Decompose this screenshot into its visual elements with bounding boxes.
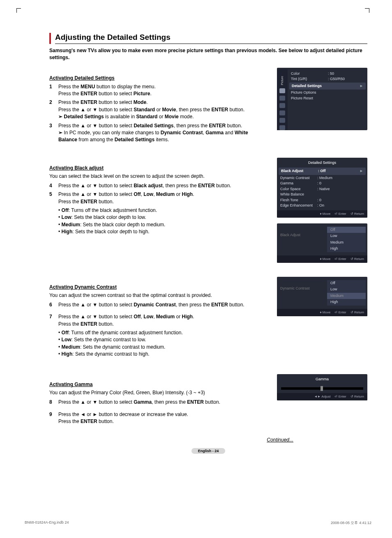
channel-tab-icon	[279, 103, 285, 108]
osd-return-hint: ↺ Return	[350, 257, 364, 262]
osd-tint-value: : G50/R50	[328, 76, 345, 82]
osd-option: Off	[327, 227, 366, 233]
section-heading-gamma: Activating Gamma	[49, 382, 263, 387]
osd-title: Detailed Settings	[277, 159, 367, 168]
osd-row-label: White Balance	[280, 192, 317, 198]
osd-option: Medium	[327, 293, 366, 299]
step-body: Press the ◄ or ► button to decrease or i…	[58, 411, 263, 425]
osd-tab-label: Picture	[280, 72, 285, 85]
arrow-right-icon: ►	[326, 168, 364, 174]
section-desc: You can adjust the Primary Color (Red, G…	[49, 390, 263, 395]
bullet-list: Off: Turns off the dynamic contrast adju…	[58, 329, 263, 358]
step-body: Press the ▲ or ▼ button to select Detail…	[58, 122, 263, 144]
setup-tab-icon	[279, 110, 285, 115]
gamma-slider: 0	[281, 387, 363, 390]
page-title: Adjusting the Detailed Settings	[55, 33, 367, 44]
osd-row-value: : 0	[317, 198, 321, 203]
osd-dynamic-contrast-options: Dynamic Contrast Off Low Medium High ♦ M…	[277, 277, 367, 316]
osd-row-value: : Medium	[317, 175, 332, 181]
crop-mark	[365, 8, 369, 13]
osd-detailed-settings-menu: Detailed Settings Black Adjust: Off► Dyn…	[277, 158, 367, 218]
osd-row-label: Dynamic Contrast	[280, 175, 317, 181]
step-body: Press the ▲ or ▼ button to select Black …	[58, 182, 263, 189]
section-desc: You can adjust the screen contrast so th…	[49, 292, 263, 298]
step-number: 9	[49, 411, 58, 425]
section-heading-black-adjust: Activating Black adjust	[49, 165, 263, 171]
osd-picture-options: Picture Options	[291, 90, 328, 96]
osd-picture-reset: Picture Reset	[291, 96, 328, 101]
step-number: 5	[49, 191, 58, 205]
osd-option: Low	[327, 233, 366, 239]
osd-row-value: : Native	[317, 186, 330, 192]
crop-mark	[16, 8, 21, 13]
footer-left: BN68-01824A-Eng.indb 24	[25, 520, 69, 526]
step-number: 8	[49, 399, 58, 406]
osd-color-label: Color	[291, 71, 328, 77]
osd-picture-menu: Picture Color: 50 Tint (G/R): G50/R50 De…	[277, 68, 367, 130]
osd-option: Off	[327, 280, 366, 287]
gamma-slider-thumb	[321, 386, 323, 391]
step-body: Press the ▲ or ▼ button to select Off, L…	[58, 191, 263, 205]
step-body: Press the ▲ or ▼ button to select Dynami…	[58, 301, 263, 308]
osd-option-label: Black Adjust	[277, 225, 325, 254]
osd-row-value: : Off	[318, 168, 326, 174]
osd-row-label: Gamma	[280, 181, 317, 186]
osd-return-hint: ↺ Return	[350, 310, 364, 315]
osd-option: High	[327, 299, 366, 306]
step-number: 7	[49, 313, 58, 328]
osd-detailed-settings: Detailed Settings	[292, 83, 329, 89]
osd-enter-hint: ⏎ Enter	[334, 394, 346, 399]
sound-tab-icon	[279, 96, 285, 101]
osd-adjust-hint: ◄► Adjust	[314, 394, 331, 399]
section-desc: You can select the black level on the sc…	[49, 173, 263, 179]
osd-black-adjust-options: Black Adjust Off Low Medium High ♦ Move⏎…	[277, 223, 367, 263]
page-number-badge: English - 24	[191, 448, 226, 454]
osd-tint-label: Tint (G/R)	[291, 76, 328, 82]
osd-move-hint: ♦ Move	[320, 257, 331, 262]
osd-move-hint: ♦ Move	[320, 310, 331, 315]
osd-title: Gamma	[277, 376, 367, 384]
section-heading-dynamic-contrast: Activating Dynamic Contrast	[49, 284, 263, 290]
osd-row-label: Edge Enhancement	[280, 203, 317, 209]
footer-right: 2008-08-05 오후 4:41:12	[331, 520, 371, 526]
osd-enter-hint: ⏎ Enter	[334, 257, 346, 262]
section-heading-activating: Activating Detailed Settings	[49, 75, 263, 81]
intro-text: Samsung's new TVs allow you to make even…	[49, 47, 367, 61]
osd-return-hint: ↺ Return	[350, 394, 364, 399]
osd-row-value: : 0	[317, 181, 321, 186]
osd-option: Medium	[327, 239, 366, 246]
input-tab-icon	[279, 118, 285, 123]
continued-text: Continued...	[49, 437, 293, 443]
step-body: Press the ▲ or ▼ button to select Gamma,…	[58, 399, 263, 406]
bullet-list: Off: Turns off the black adjustment func…	[58, 207, 263, 236]
osd-row-value: : On	[317, 203, 324, 209]
step-number: 1	[49, 83, 58, 98]
picture-tab-icon	[279, 88, 285, 93]
step-number: 3	[49, 122, 58, 144]
osd-color-value: : 50	[328, 71, 334, 77]
osd-return-hint: ↺ Return	[350, 212, 364, 216]
osd-option-label: Dynamic Contrast	[277, 278, 325, 307]
step-body: Press the MENU button to display the men…	[58, 83, 263, 98]
osd-enter-hint: ⏎ Enter	[334, 212, 346, 216]
osd-row-label: Black Adjust	[281, 168, 318, 174]
osd-option: Low	[327, 286, 366, 293]
osd-enter-hint: ⏎ Enter	[334, 310, 346, 315]
osd-row-label: Color Space	[280, 186, 317, 192]
step-number: 2	[49, 99, 58, 120]
osd-option: High	[327, 246, 366, 252]
step-body: Press the ▲ or ▼ button to select Off, L…	[58, 313, 263, 328]
step-body: Press the ENTER button to select Mode. P…	[58, 99, 263, 120]
osd-gamma-menu: Gamma 0 ◄► Adjust⏎ Enter↺ Return	[277, 374, 367, 400]
step-number: 6	[49, 301, 58, 308]
osd-move-hint: ♦ Move	[320, 212, 331, 216]
osd-row-label: Flesh Tone	[280, 198, 317, 203]
arrow-right-icon: ►	[329, 83, 363, 89]
app-tab-icon	[279, 125, 285, 130]
step-number: 4	[49, 182, 58, 189]
